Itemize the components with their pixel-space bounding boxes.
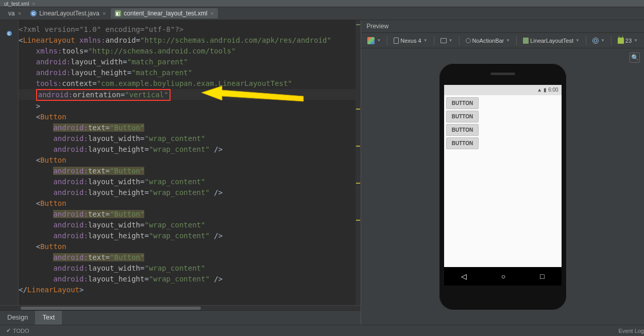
inspection-status-icon	[356, 24, 360, 25]
orientation-icon	[440, 38, 447, 43]
tab-label: content_linear_layout_test.xml	[124, 10, 207, 17]
warning-mark-icon[interactable]	[356, 146, 360, 147]
preview-canvas[interactable]: 🔍 ▲ ▮ 6:00 BUTTON BUTTON BUTTON	[361, 48, 644, 325]
rendered-button: BUTTON	[446, 137, 479, 149]
theme-dropdown[interactable]: NoActionBar▼	[464, 37, 513, 45]
tab-java-file[interactable]: C LinearLayoutTest.java ×	[26, 8, 110, 19]
api-label: 23	[625, 38, 632, 44]
close-icon[interactable]: ×	[32, 1, 35, 7]
layout-file-icon	[523, 38, 529, 44]
device-label: Nexus 4	[400, 38, 421, 44]
todo-button[interactable]: ✔ TODO	[6, 327, 29, 334]
root-node-icon[interactable]: C	[7, 31, 12, 36]
recents-icon: □	[540, 272, 544, 280]
tab-xml-file[interactable]: ◧ content_linear_layout_test.xml ×	[111, 8, 218, 19]
xml-declaration: <?xml version="1.0" encoding="utf-8"?>	[19, 25, 183, 33]
xml-file-icon: ◧	[115, 10, 121, 16]
tab-partial[interactable]: va ×	[4, 8, 25, 19]
device-icon	[394, 38, 399, 44]
tag-close-linearlayout: LinearLayout	[27, 286, 79, 294]
palette-dropdown[interactable]: ▼	[365, 36, 383, 45]
editor-tabs: va × C LinearLayoutTest.java × ◧ content…	[0, 7, 644, 20]
device-frame: ▲ ▮ 6:00 BUTTON BUTTON BUTTON BUTTON ◁	[439, 63, 567, 310]
cropped-tab[interactable]: ut_test.xml ×	[0, 0, 644, 7]
orientation-dropdown[interactable]: ▼	[438, 37, 455, 44]
palette-icon	[367, 37, 375, 44]
theme-label: NoActionBar	[472, 38, 504, 44]
scrollbar-thumb[interactable]	[21, 307, 201, 310]
device-screen: ▲ ▮ 6:00 BUTTON BUTTON BUTTON BUTTON ◁	[444, 85, 562, 286]
clock-label: 6:00	[548, 87, 558, 93]
rendered-button: BUTTON	[446, 111, 479, 122]
java-class-icon: C	[30, 10, 37, 16]
horizontal-scrollbar[interactable]	[0, 305, 361, 310]
separator	[516, 36, 517, 45]
separator	[387, 36, 387, 45]
warning-mark-icon[interactable]	[356, 109, 360, 110]
cropped-tab-label: ut_test.xml	[4, 1, 29, 7]
close-icon[interactable]: ×	[210, 10, 213, 16]
editor-mode-tabs: Design Text	[0, 310, 361, 325]
theme-icon	[466, 38, 471, 43]
tab-text[interactable]: Text	[35, 311, 62, 325]
fold-icon[interactable]	[8, 24, 10, 30]
status-bar-bottom: ✔ TODO Event Log	[0, 325, 644, 336]
zoom-button[interactable]: 🔍	[630, 52, 640, 63]
layout-label: LinearLayoutTest	[530, 38, 573, 44]
device-dropdown[interactable]: Nexus 4▼	[392, 37, 429, 45]
phone-speaker	[490, 73, 515, 75]
highlighted-attribute: android:orientation="vertical"	[36, 89, 171, 101]
preview-toolbar: ▼ Nexus 4▼ ▼ NoActionBar▼ LinearLayoutTe…	[361, 33, 644, 48]
close-icon[interactable]: ×	[103, 10, 106, 16]
event-log-button[interactable]: Event Log	[618, 328, 644, 334]
layout-dropdown[interactable]: LinearLayoutTest▼	[521, 37, 582, 45]
battery-icon: ▮	[544, 87, 547, 93]
layout-render: BUTTON BUTTON BUTTON BUTTON	[444, 95, 562, 267]
home-icon: ○	[501, 272, 505, 280]
rendered-button: BUTTON	[446, 97, 479, 109]
warning-mark-icon[interactable]	[356, 183, 360, 184]
close-icon[interactable]: ×	[18, 10, 21, 16]
status-bar: ▲ ▮ 6:00	[444, 85, 562, 95]
separator	[434, 36, 434, 45]
tag-button: Button	[40, 113, 66, 121]
warning-mark-icon[interactable]	[356, 220, 360, 221]
separator	[611, 36, 612, 45]
rendered-button: BUTTON	[446, 124, 479, 136]
signal-icon: ▲	[537, 87, 542, 93]
code-editor[interactable]: <?xml version="1.0" encoding="utf-8"?> <…	[19, 20, 361, 305]
tab-label: va	[8, 10, 15, 17]
globe-icon	[592, 38, 599, 44]
nav-bar: ◁ ○ □	[444, 267, 562, 286]
tab-design[interactable]: Design	[0, 311, 35, 325]
error-stripe[interactable]	[355, 20, 361, 305]
separator	[459, 36, 460, 45]
back-icon: ◁	[461, 272, 467, 280]
api-dropdown[interactable]: 23▼	[616, 37, 640, 45]
preview-panel-title: Preview	[361, 20, 644, 33]
tab-label: LinearLayoutTest.java	[39, 10, 99, 17]
locale-dropdown[interactable]: ▼	[590, 37, 607, 45]
android-icon	[618, 38, 624, 44]
search-icon: 🔍	[631, 54, 639, 61]
separator	[586, 36, 586, 45]
gutter: C	[0, 20, 19, 305]
tag-linearlayout: LinearLayout	[23, 36, 75, 44]
